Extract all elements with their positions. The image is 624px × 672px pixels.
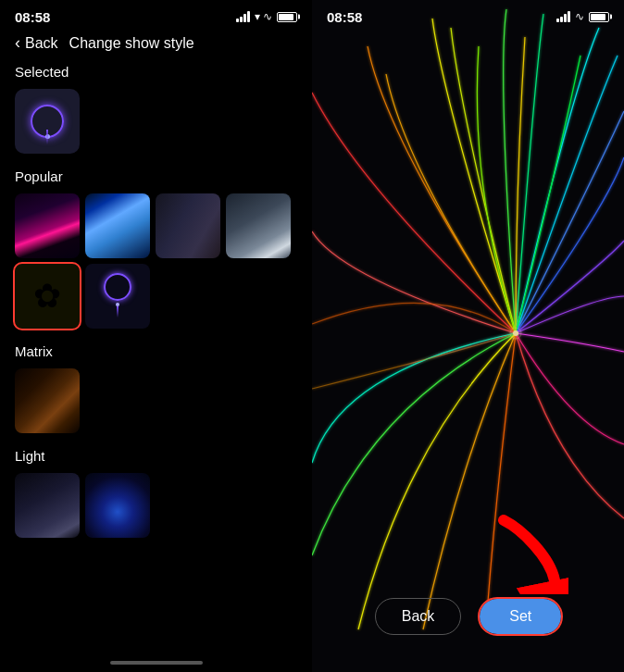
viz-svg xyxy=(312,0,624,672)
right-battery-icon xyxy=(589,12,609,22)
right-status-bar: 08:58 ∿ xyxy=(312,0,624,30)
thumb-satellite[interactable] xyxy=(226,193,291,258)
right-status-icons: ∿ xyxy=(556,10,609,23)
light-thumbs xyxy=(15,473,297,538)
thumb-purple-ring-mini[interactable] xyxy=(85,264,150,329)
right-signal-icon xyxy=(556,11,570,22)
thumb-flower[interactable]: ✿ xyxy=(15,264,80,329)
right-time: 08:58 xyxy=(327,9,362,25)
thumb-matrix[interactable] xyxy=(15,368,80,433)
thumb-astronaut[interactable] xyxy=(15,473,80,538)
astronaut-img xyxy=(15,473,80,538)
flower-img: ✿ xyxy=(15,264,80,329)
thumb-particles[interactable] xyxy=(85,473,150,538)
right-panel: 08:58 ∿ xyxy=(312,0,624,672)
set-button[interactable]: Set xyxy=(480,599,561,634)
light-label: Light xyxy=(15,448,297,464)
left-status-bar: 08:58 ▾ ∿ xyxy=(0,0,312,30)
thumb-dark-photo[interactable] xyxy=(156,193,220,258)
preview-back-button[interactable]: Back xyxy=(375,598,462,635)
home-bar xyxy=(110,661,203,665)
flower-icon: ✿ xyxy=(33,277,61,316)
back-label: Back xyxy=(25,35,58,52)
mini-ring-visual xyxy=(99,273,136,319)
signal-icon xyxy=(236,11,250,22)
svg-point-0 xyxy=(513,330,518,336)
particles-img xyxy=(85,473,150,538)
red-arrow xyxy=(494,511,568,598)
home-indicator xyxy=(0,653,312,672)
visualization xyxy=(312,0,624,672)
dark-photo-img xyxy=(156,193,220,258)
selected-thumbnail[interactable] xyxy=(15,89,80,154)
back-chevron-icon: ‹ xyxy=(15,33,20,53)
satellite-img xyxy=(226,193,291,258)
left-status-icons: ▾ ∿ xyxy=(236,10,297,23)
content-scroll: Selected Popular xyxy=(0,60,312,653)
purple-ring-visual xyxy=(24,98,70,144)
bottom-buttons: Back Set xyxy=(312,598,624,635)
right-wifi-icon: ∿ xyxy=(575,10,584,23)
purple-ring-mini-img xyxy=(85,264,150,329)
light-section: Light xyxy=(15,448,297,538)
ring-line xyxy=(46,130,48,144)
left-panel: 08:58 ▾ ∿ ‹ Back Change show style Selec… xyxy=(0,0,312,672)
blue-texture-img xyxy=(85,193,150,258)
battery-icon xyxy=(277,12,297,22)
back-button[interactable]: ‹ Back xyxy=(15,33,58,53)
nav-title: Change show style xyxy=(69,35,194,52)
pink-light-img xyxy=(15,193,80,258)
popular-label: Popular xyxy=(15,168,297,184)
thumb-pink-light[interactable] xyxy=(15,193,80,258)
mini-ring-circle xyxy=(104,273,131,301)
popular-grid: ✿ xyxy=(15,193,297,329)
nav-bar: ‹ Back Change show style xyxy=(0,30,312,60)
mini-ring-line xyxy=(117,306,119,317)
thumb-blue-texture[interactable] xyxy=(85,193,150,258)
selected-label: Selected xyxy=(15,64,297,80)
selected-section: Selected xyxy=(15,64,297,154)
popular-section: Popular xyxy=(15,168,297,329)
wifi-icon: ▾ ∿ xyxy=(255,10,272,23)
left-time: 08:58 xyxy=(15,9,50,25)
matrix-section: Matrix xyxy=(15,343,297,433)
matrix-img xyxy=(15,368,80,433)
matrix-label: Matrix xyxy=(15,343,297,359)
